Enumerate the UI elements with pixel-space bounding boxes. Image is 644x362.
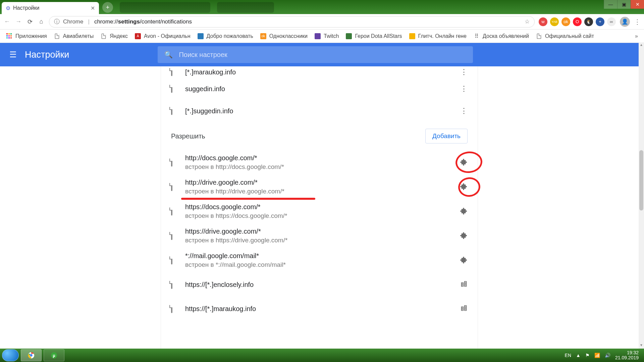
site-menu-icon[interactable]: ⋮ bbox=[460, 68, 468, 76]
flag-icon[interactable]: ⚑ bbox=[585, 353, 590, 358]
minimize-button[interactable]: — bbox=[604, 0, 617, 9]
page-title: Настройки bbox=[25, 50, 69, 60]
site-info-icon[interactable]: ⓘ bbox=[54, 18, 60, 25]
allow-site-row: *://mail.google.com/mail*встроен в *://m… bbox=[161, 248, 478, 273]
twitch-bookmark-icon bbox=[314, 33, 321, 40]
chrome-taskbar-icon[interactable] bbox=[21, 349, 42, 361]
page-scrollbar[interactable]: ▲ ▼ bbox=[639, 43, 644, 349]
site-embed: встроен в *://mail.google.com/mail* bbox=[185, 261, 286, 268]
annotation-circle bbox=[454, 150, 483, 174]
opera-icon[interactable]: O bbox=[573, 17, 582, 26]
settings-search[interactable]: 🔍 bbox=[158, 46, 473, 63]
site-menu-icon[interactable]: ⋮ bbox=[460, 84, 468, 93]
loop-icon[interactable]: ∞ bbox=[607, 17, 616, 26]
allow-site-row: http://docs.google.com/*встроен в http:/… bbox=[161, 150, 478, 175]
site-url: *://mail.google.com/mail* bbox=[185, 252, 286, 260]
forward-button[interactable]: → bbox=[15, 18, 22, 25]
dota-bookmark[interactable]: Герои Dota AllStars bbox=[345, 33, 402, 40]
aviabilety-bookmark[interactable]: Авиабилеты bbox=[54, 33, 94, 40]
allow-site-row: https://[*.]enclosely.info bbox=[161, 273, 478, 297]
save-icon[interactable]: + bbox=[596, 17, 604, 26]
site-label: [*.]suggedin.info bbox=[185, 107, 233, 115]
browser-window: ⚙ Настройки ✕ + — ▣ ✕ ← → ⟳ ⌂ ⓘ Chrome |… bbox=[0, 0, 644, 362]
address-bar[interactable]: ⓘ Chrome | chrome://settings/content/not… bbox=[49, 16, 535, 27]
close-window-button[interactable]: ✕ bbox=[631, 0, 644, 9]
close-tab-icon[interactable]: ✕ bbox=[91, 5, 95, 11]
allow-list: http://docs.google.com/*встроен в http:/… bbox=[161, 150, 478, 321]
official-bookmark[interactable]: Официальный сайт bbox=[536, 33, 594, 40]
extension-icon[interactable] bbox=[460, 256, 468, 265]
new-tab-button[interactable]: + bbox=[102, 2, 113, 13]
site-menu-icon[interactable]: ⋮ bbox=[460, 107, 468, 115]
clock-time: 19:32 bbox=[615, 350, 639, 355]
glitch-bookmark[interactable]: Глитч. Онлайн гене bbox=[409, 33, 467, 40]
dobro-bookmark[interactable]: Добро пожаловать bbox=[197, 33, 253, 40]
taskbar-clock[interactable]: 19:32 21.09.2019 bbox=[615, 350, 639, 361]
extension-icons: wYABokO🐧+∞ bbox=[539, 17, 616, 26]
network-icon[interactable]: 📶 bbox=[594, 353, 600, 358]
profile-avatar[interactable]: 👤 bbox=[620, 17, 630, 27]
file-icon bbox=[171, 256, 185, 264]
start-button[interactable] bbox=[2, 349, 19, 361]
scroll-up-icon[interactable]: ▲ bbox=[639, 43, 644, 48]
extension-icon[interactable] bbox=[460, 183, 468, 191]
twitch-bookmark[interactable]: Twitch bbox=[314, 33, 339, 40]
allow-section-header: Разрешить Добавить bbox=[161, 122, 478, 150]
site-url: https://[*.]enclosely.info bbox=[185, 281, 254, 289]
ok-icon[interactable]: ok bbox=[561, 17, 570, 26]
vk-icon[interactable]: w bbox=[539, 17, 547, 26]
home-button[interactable]: ⌂ bbox=[38, 18, 45, 25]
volume-icon[interactable]: 🔊 bbox=[605, 353, 610, 358]
tray-chevron-icon[interactable]: ▲ bbox=[576, 353, 581, 358]
utorrent-taskbar-icon[interactable]: µ bbox=[44, 349, 64, 361]
search-input[interactable] bbox=[179, 51, 466, 59]
file-icon bbox=[171, 159, 185, 166]
site-embed: встроен в https://drive.google.com/* bbox=[185, 237, 287, 244]
doska-bookmark[interactable]: ⠿Доска объявлений bbox=[473, 33, 529, 40]
extension-icon[interactable] bbox=[460, 207, 468, 216]
site-embed: встроен в http://docs.google.com/* bbox=[185, 163, 284, 171]
allow-label: Разрешить bbox=[171, 132, 205, 140]
notifications-card: [*.]maraukog.info ⋮ suggedin.info ⋮ [*.]… bbox=[161, 66, 478, 349]
ok-bookmark[interactable]: okОдноклассники bbox=[260, 33, 308, 40]
site-label: suggedin.info bbox=[185, 85, 225, 93]
file-icon bbox=[171, 85, 185, 93]
extension-icon[interactable] bbox=[460, 232, 468, 240]
ok-bookmark-icon: ok bbox=[260, 33, 267, 40]
maximize-button[interactable]: ▣ bbox=[617, 0, 631, 9]
bookmark-star-icon[interactable]: ☆ bbox=[525, 18, 530, 25]
active-tab[interactable]: ⚙ Настройки ✕ bbox=[2, 2, 99, 14]
url-prefix: Chrome bbox=[63, 18, 83, 25]
file-icon bbox=[171, 183, 185, 191]
back-button[interactable]: ← bbox=[3, 18, 11, 25]
dota-bookmark-icon bbox=[345, 33, 352, 40]
settings-body: [*.]maraukog.info ⋮ suggedin.info ⋮ [*.]… bbox=[0, 66, 639, 349]
site-row: [*.]maraukog.info ⋮ bbox=[161, 66, 478, 78]
tab-title: Настройки bbox=[13, 5, 39, 11]
windows-taskbar: µ EN ▲ ⚑ 📶 🔊 19:32 21.09.2019 bbox=[0, 349, 644, 362]
tab-strip: ⚙ Настройки ✕ + — ▣ ✕ bbox=[0, 0, 644, 14]
aviabilety-bookmark-icon bbox=[54, 33, 60, 40]
yandex-bookmark[interactable]: Яндекс bbox=[100, 33, 128, 40]
background-tab[interactable] bbox=[120, 2, 210, 13]
scrollbar-thumb[interactable] bbox=[639, 150, 643, 210]
scroll-down-icon[interactable]: ▼ bbox=[639, 343, 644, 349]
language-indicator[interactable]: EN bbox=[565, 353, 571, 358]
chrome-menu-icon[interactable]: ⋮ bbox=[634, 18, 641, 26]
extension-icon[interactable] bbox=[460, 158, 468, 167]
penguin-icon[interactable]: 🐧 bbox=[584, 17, 593, 26]
avon-bookmark[interactable]: AAvon - Официальн bbox=[135, 33, 190, 40]
site-url: https://drive.google.com/* bbox=[185, 228, 287, 235]
allow-site-row: https://docs.google.com/*встроен в https… bbox=[161, 199, 478, 224]
site-origin-icon[interactable] bbox=[460, 280, 468, 289]
site-origin-icon[interactable] bbox=[460, 304, 468, 313]
yab-icon[interactable]: YAB bbox=[550, 17, 559, 26]
add-site-button[interactable]: Добавить bbox=[425, 129, 468, 143]
file-icon bbox=[171, 232, 185, 240]
apps-bookmark[interactable]: Приложения bbox=[6, 33, 47, 40]
background-tab[interactable] bbox=[217, 2, 274, 13]
reload-button[interactable]: ⟳ bbox=[26, 18, 34, 25]
menu-icon[interactable]: ☰ bbox=[9, 50, 17, 59]
site-url: http://drive.google.com/* bbox=[185, 179, 284, 186]
more-bookmarks-icon[interactable]: » bbox=[635, 33, 638, 39]
